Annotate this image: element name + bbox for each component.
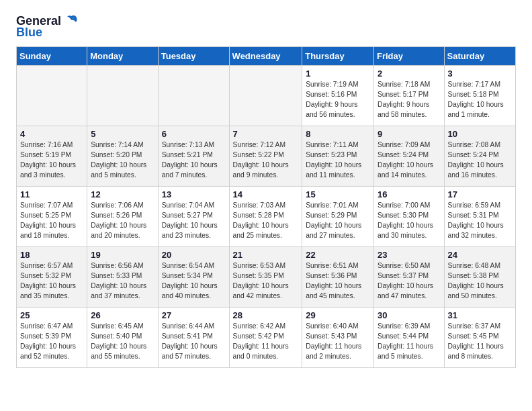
calendar-cell: 22Sunrise: 6:51 AMSunset: 5:36 PMDayligh…	[302, 247, 374, 308]
day-number: 22	[306, 250, 370, 260]
calendar-cell: 25Sunrise: 6:47 AMSunset: 5:39 PMDayligh…	[17, 308, 87, 368]
day-number: 23	[378, 250, 441, 260]
calendar-cell	[158, 66, 229, 126]
day-info: Sunrise: 7:16 AMSunset: 5:19 PMDaylight:…	[20, 140, 83, 181]
day-number: 7	[233, 129, 299, 139]
calendar-cell	[87, 66, 159, 126]
calendar-cell: 27Sunrise: 6:44 AMSunset: 5:41 PMDayligh…	[158, 308, 229, 368]
calendar-cell: 12Sunrise: 7:06 AMSunset: 5:26 PMDayligh…	[87, 187, 159, 247]
day-info: Sunrise: 6:59 AMSunset: 5:31 PMDaylight:…	[448, 201, 512, 241]
day-number: 8	[306, 129, 370, 139]
day-number: 19	[91, 250, 154, 260]
day-info: Sunrise: 6:37 AMSunset: 5:45 PMDaylight:…	[448, 322, 512, 362]
calendar-cell: 11Sunrise: 7:07 AMSunset: 5:25 PMDayligh…	[17, 187, 87, 247]
day-number: 16	[378, 189, 441, 199]
day-info: Sunrise: 7:04 AMSunset: 5:27 PMDaylight:…	[162, 201, 226, 241]
col-header-tuesday: Tuesday	[158, 47, 229, 66]
day-info: Sunrise: 7:07 AMSunset: 5:25 PMDaylight:…	[20, 201, 83, 241]
calendar-cell: 1Sunrise: 7:19 AMSunset: 5:16 PMDaylight…	[302, 66, 374, 126]
day-info: Sunrise: 6:39 AMSunset: 5:44 PMDaylight:…	[378, 322, 441, 362]
day-info: Sunrise: 6:44 AMSunset: 5:41 PMDaylight:…	[162, 322, 226, 362]
day-info: Sunrise: 7:12 AMSunset: 5:22 PMDaylight:…	[233, 140, 299, 181]
day-number: 31	[448, 310, 512, 320]
calendar-cell: 30Sunrise: 6:39 AMSunset: 5:44 PMDayligh…	[374, 308, 445, 368]
calendar-cell: 18Sunrise: 6:57 AMSunset: 5:32 PMDayligh…	[17, 247, 87, 308]
day-number: 9	[378, 129, 441, 139]
day-number: 20	[162, 250, 226, 260]
day-info: Sunrise: 7:17 AMSunset: 5:18 PMDaylight:…	[448, 80, 512, 120]
day-info: Sunrise: 7:14 AMSunset: 5:20 PMDaylight:…	[91, 140, 154, 181]
col-header-friday: Friday	[374, 47, 445, 66]
day-info: Sunrise: 7:00 AMSunset: 5:30 PMDaylight:…	[378, 201, 441, 241]
calendar-cell: 23Sunrise: 6:50 AMSunset: 5:37 PMDayligh…	[374, 247, 445, 308]
day-number: 4	[20, 129, 83, 139]
day-number: 5	[91, 129, 154, 139]
calendar-cell	[17, 66, 87, 126]
calendar-cell: 16Sunrise: 7:00 AMSunset: 5:30 PMDayligh…	[374, 187, 445, 247]
day-info: Sunrise: 6:48 AMSunset: 5:38 PMDaylight:…	[448, 261, 512, 302]
day-info: Sunrise: 7:09 AMSunset: 5:24 PMDaylight:…	[378, 140, 441, 181]
day-number: 1	[306, 68, 370, 79]
day-number: 24	[448, 250, 512, 260]
calendar-cell: 9Sunrise: 7:09 AMSunset: 5:24 PMDaylight…	[374, 126, 445, 187]
day-number: 26	[91, 310, 154, 320]
day-number: 14	[233, 189, 299, 199]
day-number: 21	[233, 250, 299, 260]
logo-blue-text: Blue	[16, 26, 42, 40]
day-info: Sunrise: 7:01 AMSunset: 5:29 PMDaylight:…	[306, 201, 370, 241]
col-header-wednesday: Wednesday	[229, 47, 302, 66]
day-number: 15	[306, 189, 370, 199]
day-info: Sunrise: 6:45 AMSunset: 5:40 PMDaylight:…	[91, 322, 154, 362]
day-info: Sunrise: 7:08 AMSunset: 5:24 PMDaylight:…	[448, 140, 512, 181]
calendar-cell: 21Sunrise: 6:53 AMSunset: 5:35 PMDayligh…	[229, 247, 302, 308]
day-info: Sunrise: 7:18 AMSunset: 5:17 PMDaylight:…	[378, 80, 441, 120]
day-number: 3	[448, 68, 512, 79]
day-info: Sunrise: 7:11 AMSunset: 5:23 PMDaylight:…	[306, 140, 370, 181]
header: General Blue	[16, 13, 516, 40]
calendar-cell: 4Sunrise: 7:16 AMSunset: 5:19 PMDaylight…	[17, 126, 87, 187]
calendar-cell: 7Sunrise: 7:12 AMSunset: 5:22 PMDaylight…	[229, 126, 302, 187]
day-info: Sunrise: 6:42 AMSunset: 5:42 PMDaylight:…	[233, 322, 299, 362]
day-number: 6	[162, 129, 226, 139]
calendar-cell: 20Sunrise: 6:54 AMSunset: 5:34 PMDayligh…	[158, 247, 229, 308]
calendar-cell: 6Sunrise: 7:13 AMSunset: 5:21 PMDaylight…	[158, 126, 229, 187]
day-number: 18	[20, 250, 83, 260]
day-info: Sunrise: 6:53 AMSunset: 5:35 PMDaylight:…	[233, 261, 299, 302]
calendar-cell: 29Sunrise: 6:40 AMSunset: 5:43 PMDayligh…	[302, 308, 374, 368]
calendar-cell: 24Sunrise: 6:48 AMSunset: 5:38 PMDayligh…	[444, 247, 515, 308]
day-number: 13	[162, 189, 226, 199]
day-info: Sunrise: 6:57 AMSunset: 5:32 PMDaylight:…	[20, 261, 83, 302]
col-header-thursday: Thursday	[302, 47, 374, 66]
day-info: Sunrise: 7:13 AMSunset: 5:21 PMDaylight:…	[162, 140, 226, 181]
col-header-saturday: Saturday	[444, 47, 515, 66]
day-number: 27	[162, 310, 226, 320]
calendar-cell: 28Sunrise: 6:42 AMSunset: 5:42 PMDayligh…	[229, 308, 302, 368]
day-number: 2	[378, 68, 441, 79]
day-number: 17	[448, 189, 512, 199]
day-number: 28	[233, 310, 299, 320]
day-info: Sunrise: 6:51 AMSunset: 5:36 PMDaylight:…	[306, 261, 370, 302]
calendar-cell: 13Sunrise: 7:04 AMSunset: 5:27 PMDayligh…	[158, 187, 229, 247]
day-number: 12	[91, 189, 154, 199]
calendar-cell: 8Sunrise: 7:11 AMSunset: 5:23 PMDaylight…	[302, 126, 374, 187]
calendar-cell: 2Sunrise: 7:18 AMSunset: 5:17 PMDaylight…	[374, 66, 445, 126]
day-number: 25	[20, 310, 83, 320]
calendar-cell	[229, 66, 302, 126]
calendar-cell: 17Sunrise: 6:59 AMSunset: 5:31 PMDayligh…	[444, 187, 515, 247]
day-info: Sunrise: 6:54 AMSunset: 5:34 PMDaylight:…	[162, 261, 226, 302]
day-number: 11	[20, 189, 83, 199]
calendar-cell: 15Sunrise: 7:01 AMSunset: 5:29 PMDayligh…	[302, 187, 374, 247]
day-info: Sunrise: 7:19 AMSunset: 5:16 PMDaylight:…	[306, 80, 370, 120]
calendar-cell: 3Sunrise: 7:17 AMSunset: 5:18 PMDaylight…	[444, 66, 515, 126]
calendar-cell: 14Sunrise: 7:03 AMSunset: 5:28 PMDayligh…	[229, 187, 302, 247]
day-info: Sunrise: 7:03 AMSunset: 5:28 PMDaylight:…	[233, 201, 299, 241]
day-info: Sunrise: 6:40 AMSunset: 5:43 PMDaylight:…	[306, 322, 370, 362]
day-info: Sunrise: 6:56 AMSunset: 5:33 PMDaylight:…	[91, 261, 154, 302]
col-header-monday: Monday	[87, 47, 159, 66]
day-number: 30	[378, 310, 441, 320]
day-number: 10	[448, 129, 512, 139]
calendar-cell: 31Sunrise: 6:37 AMSunset: 5:45 PMDayligh…	[444, 308, 515, 368]
logo-bird-icon	[64, 13, 79, 28]
calendar-table: SundayMondayTuesdayWednesdayThursdayFrid…	[16, 46, 516, 368]
day-info: Sunrise: 7:06 AMSunset: 5:26 PMDaylight:…	[91, 201, 154, 241]
